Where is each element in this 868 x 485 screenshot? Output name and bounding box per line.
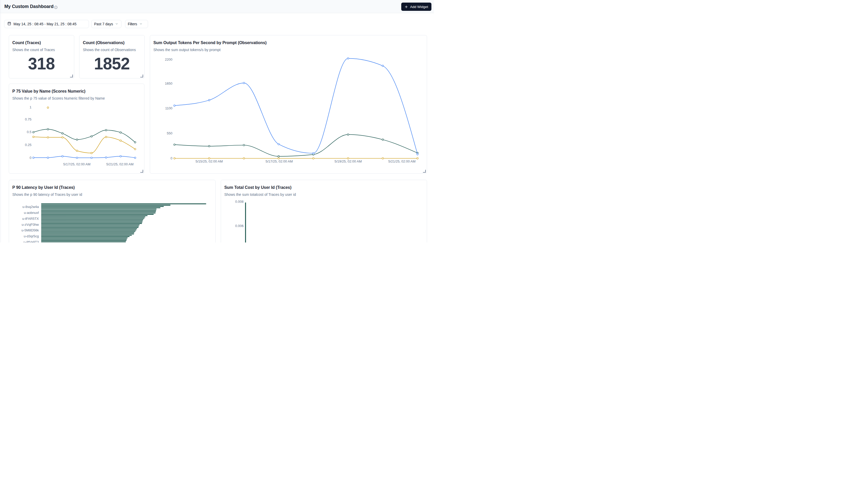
svg-text:u-aobnuxf: u-aobnuxf: [24, 211, 39, 214]
svg-text:5/15/25, 02:00 AM: 5/15/25, 02:00 AM: [195, 159, 223, 163]
svg-text:5/21/25, 02:00 AM: 5/21/25, 02:00 AM: [106, 162, 133, 166]
svg-text:0.006: 0.006: [235, 224, 243, 228]
svg-text:0.75: 0.75: [25, 117, 31, 121]
svg-text:1: 1: [29, 105, 31, 109]
svg-text:5/17/25, 02:00 AM: 5/17/25, 02:00 AM: [63, 162, 91, 166]
svg-text:u-tFAR5TX: u-tFAR5TX: [22, 216, 39, 220]
svg-text:1650: 1650: [165, 81, 172, 85]
svg-text:2200: 2200: [165, 58, 172, 61]
svg-text:0.25: 0.25: [25, 143, 31, 147]
svg-text:u-5M8D56k: u-5M8D56k: [22, 228, 39, 232]
svg-text:0: 0: [29, 156, 31, 160]
svg-text:u-d3qr5cg: u-d3qr5cg: [24, 234, 39, 238]
svg-text:0: 0: [170, 156, 172, 160]
svg-text:u-8fVa9T3: u-8fVa9T3: [23, 240, 39, 243]
svg-text:5/19/25, 02:00 AM: 5/19/25, 02:00 AM: [335, 159, 362, 163]
svg-text:5/21/25, 02:00 AM: 5/21/25, 02:00 AM: [388, 159, 415, 163]
svg-text:5/17/25, 02:00 AM: 5/17/25, 02:00 AM: [265, 159, 293, 163]
svg-text:1100: 1100: [165, 106, 172, 110]
svg-text:550: 550: [166, 131, 172, 135]
svg-text:0.008: 0.008: [235, 200, 243, 204]
svg-text:u-zVqP3hw: u-zVqP3hw: [22, 222, 39, 226]
svg-text:u-8sq2w4a: u-8sq2w4a: [22, 205, 39, 208]
svg-text:0.5: 0.5: [27, 130, 31, 134]
